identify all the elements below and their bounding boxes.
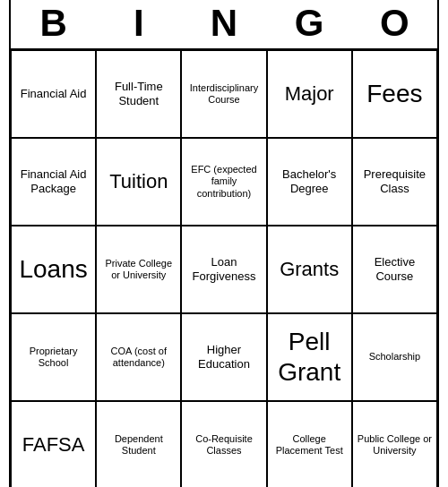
bingo-card: B I N G O Financial AidFull-Time Student… [9, 0, 439, 487]
bingo-cell-7: EFC (expected family contribution) [181, 138, 266, 226]
bingo-cell-9: Prerequisite Class [352, 138, 437, 226]
bingo-cell-14: Elective Course [352, 226, 437, 313]
letter-i: I [103, 2, 175, 45]
bingo-cell-23: College Placement Test [267, 401, 352, 487]
bingo-cell-19: Scholarship [352, 313, 437, 401]
bingo-cell-24: Public College or University [352, 401, 437, 487]
letter-n: N [188, 2, 260, 45]
bingo-header: B I N G O [11, 0, 437, 50]
bingo-cell-13: Grants [267, 226, 352, 313]
bingo-cell-2: Interdisciplinary Course [181, 50, 266, 138]
bingo-cell-22: Co-Requisite Classes [181, 401, 266, 487]
bingo-cell-21: Dependent Student [96, 401, 181, 487]
letter-b: B [18, 2, 90, 45]
bingo-cell-15: Proprietary School [11, 313, 96, 401]
bingo-cell-4: Fees [352, 50, 437, 138]
bingo-cell-3: Major [267, 50, 352, 138]
bingo-cell-11: Private College or University [96, 226, 181, 313]
letter-o: O [358, 2, 430, 45]
bingo-cell-10: Loans [11, 226, 96, 313]
bingo-grid: Financial AidFull-Time StudentInterdisci… [11, 50, 437, 487]
bingo-cell-0: Financial Aid [11, 50, 96, 138]
bingo-cell-17: Higher Education [181, 313, 266, 401]
bingo-cell-8: Bachelor's Degree [267, 138, 352, 226]
bingo-cell-12: Loan Forgiveness [181, 226, 266, 313]
letter-g: G [273, 2, 345, 45]
bingo-cell-18: Pell Grant [267, 313, 352, 401]
bingo-cell-6: Tuition [96, 138, 181, 226]
bingo-cell-20: FAFSA [11, 401, 96, 487]
bingo-cell-1: Full-Time Student [96, 50, 181, 138]
bingo-cell-16: COA (cost of attendance) [96, 313, 181, 401]
bingo-cell-5: Financial Aid Package [11, 138, 96, 226]
